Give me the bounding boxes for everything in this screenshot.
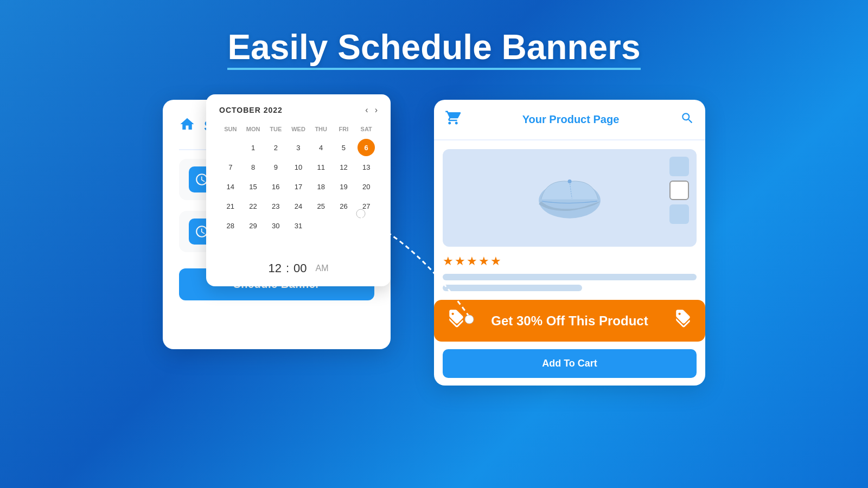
thumbnail-1[interactable] (669, 157, 689, 176)
cal-date-empty-3 (335, 217, 352, 234)
content-area: Schedu Set start d Set end date: ⌄ Shedu… (0, 100, 868, 386)
cal-date-4[interactable]: 4 (312, 139, 330, 156)
promo-icon-left (447, 310, 465, 332)
cal-date-22[interactable]: 22 (245, 197, 262, 215)
left-panel: Schedu Set start d Set end date: ⌄ Shedu… (163, 100, 391, 349)
search-icon[interactable] (680, 111, 694, 129)
calendar-dates: 1 2 3 4 5 6 7 8 9 10 11 12 13 14 15 16 (219, 139, 378, 254)
cal-date-9[interactable]: 9 (267, 158, 284, 176)
cal-day-sat: SAT (355, 124, 378, 134)
right-panel: Your Product Page (434, 100, 705, 386)
cal-date-2[interactable]: 2 (267, 139, 284, 156)
cart-icon (445, 110, 461, 130)
cal-date-21[interactable]: 21 (222, 197, 239, 215)
product-hat-image (532, 171, 608, 225)
cal-date-23[interactable]: 23 (267, 197, 284, 215)
cal-date-3[interactable]: 3 (290, 139, 307, 156)
cal-date-13[interactable]: 13 (358, 158, 375, 176)
cal-date-16[interactable]: 16 (267, 178, 284, 195)
cal-date-6[interactable]: 6 (358, 139, 375, 156)
home-icon (179, 116, 195, 136)
cal-date-24[interactable]: 24 (290, 197, 307, 215)
cal-date-25[interactable]: 25 (312, 197, 330, 215)
cal-day-sun: SUN (219, 124, 242, 134)
cal-date-30[interactable]: 30 (267, 217, 284, 234)
cal-day-thu: THU (310, 124, 333, 134)
cal-date-empty-4 (358, 217, 375, 234)
cal-date-15[interactable]: 15 (245, 178, 262, 195)
cal-date-14[interactable]: 14 (222, 178, 239, 195)
product-card-header: Your Product Page (434, 100, 705, 140)
calendar-header: OCTOBER 2022 ‹ › (219, 105, 378, 115)
time-minutes[interactable]: 00 (293, 261, 307, 275)
add-to-cart-button[interactable]: Add To Cart (443, 349, 697, 378)
cal-date-27[interactable]: 27 (358, 197, 375, 215)
product-line-1 (443, 274, 697, 280)
cal-date-28[interactable]: 28 (222, 217, 239, 234)
cal-day-wed: WED (287, 124, 310, 134)
cal-date-8[interactable]: 8 (245, 158, 262, 176)
calendar-time: 12 : 00 AM (219, 261, 378, 275)
product-page-title: Your Product Page (522, 113, 620, 126)
cal-date-empty-5 (222, 236, 239, 254)
calendar-prev-button[interactable]: ‹ (365, 105, 368, 115)
calendar-popup: OCTOBER 2022 ‹ › SUN MON TUE WED THU FRI… (206, 94, 391, 286)
cal-date-31[interactable]: 31 (290, 217, 307, 234)
cal-date-10[interactable]: 10 (290, 158, 307, 176)
promo-banner: Get 30% Off This Product (434, 300, 705, 342)
cal-date-12[interactable]: 12 (335, 158, 352, 176)
product-stars: ★★★★★ (443, 254, 697, 268)
cal-day-mon: MON (242, 124, 265, 134)
time-hours[interactable]: 12 (268, 261, 281, 275)
product-card: Your Product Page (434, 100, 705, 386)
cal-date-29[interactable]: 29 (245, 217, 262, 234)
calendar-next-button[interactable]: › (375, 105, 378, 115)
product-line-2 (443, 285, 582, 291)
cal-date-18[interactable]: 18 (312, 178, 330, 195)
cal-day-tue: TUE (264, 124, 287, 134)
cal-day-fri: FRI (333, 124, 355, 134)
cal-date-empty-2 (312, 217, 330, 234)
cal-date-empty-1 (222, 139, 239, 156)
cal-date-20[interactable]: 20 (358, 178, 375, 195)
product-content: ★★★★★ (434, 140, 705, 300)
cal-date-5[interactable]: 5 (335, 139, 352, 156)
product-thumbnails (669, 157, 689, 224)
product-image-area (443, 149, 697, 247)
cal-date-1[interactable]: 1 (245, 139, 262, 156)
product-description-lines (443, 274, 697, 291)
time-ampm[interactable]: AM (316, 264, 329, 273)
promo-icon-right (674, 310, 692, 332)
cal-date-26[interactable]: 26 (335, 197, 352, 215)
cal-date-19[interactable]: 19 (335, 178, 352, 195)
time-separator: : (286, 261, 289, 275)
cal-date-17[interactable]: 17 (290, 178, 307, 195)
calendar-navigation: ‹ › (365, 105, 378, 115)
calendar-days-header: SUN MON TUE WED THU FRI SAT (219, 124, 378, 134)
calendar-month: OCTOBER 2022 (219, 106, 283, 114)
cal-date-7[interactable]: 7 (222, 158, 239, 176)
promo-text: Get 30% Off This Product (465, 313, 674, 329)
thumbnail-2-active[interactable] (669, 181, 689, 200)
thumbnail-3[interactable] (669, 204, 689, 224)
page-title: Easily Schedule Banners (227, 27, 640, 67)
calendar-grid: SUN MON TUE WED THU FRI SAT 1 2 3 4 5 6 (219, 124, 378, 254)
cal-date-11[interactable]: 11 (312, 158, 330, 176)
